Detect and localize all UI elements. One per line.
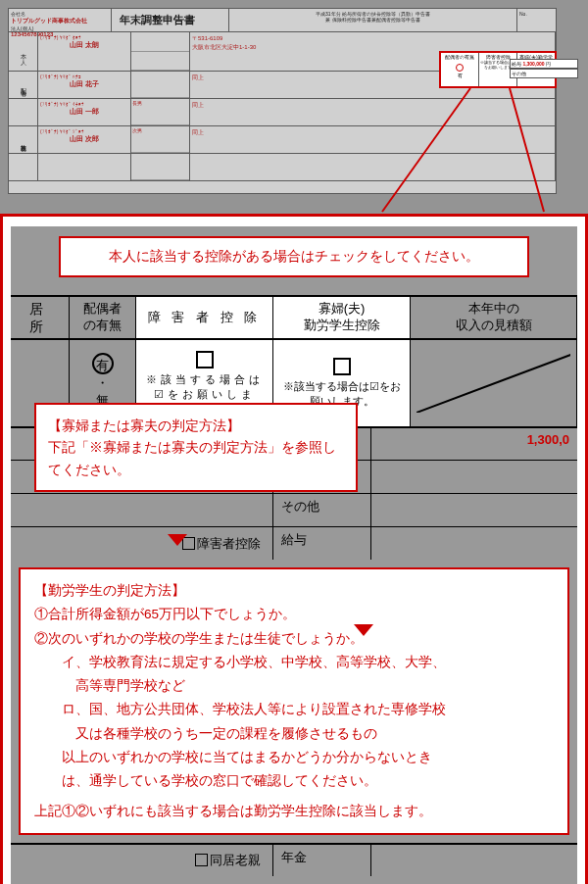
callout2-l4b: 又は各種学校のうち一定の課程を履修させるもの — [34, 722, 554, 746]
header-disability: 障 害 者 控 除 — [136, 297, 273, 338]
header-widow: 寡婦(夫) 勤労学生控除 — [273, 297, 411, 338]
checkbox-icon[interactable] — [196, 351, 214, 368]
name-1: 山田 太朗 — [40, 40, 128, 50]
honnin-label: 本 人 — [9, 32, 38, 71]
callout2-l5: 以上のいずれかの学校に当てはまるかどうか分からないとき — [34, 746, 554, 769]
income-label: 給与 — [512, 61, 521, 67]
callout2-l1: ①合計所得金額が65万円以下でしょうか。 — [34, 603, 554, 626]
pointer-triangle-2 — [354, 624, 373, 636]
other-label: その他 — [510, 69, 578, 78]
header-spouse: 配偶者 の有無 — [70, 297, 136, 338]
form-desc-2: 兼 保険料控除申告書兼配偶者控除等申告書 — [231, 17, 514, 23]
income-amount: 1,300,000 — [522, 61, 544, 67]
row-nenkin-2: 年金 — [273, 845, 371, 876]
checkbox-icon[interactable] — [333, 358, 351, 375]
instruction-box: 本人に該当する控除がある場合はチェックをしてください。 — [59, 236, 529, 277]
cb-disability: 障害者控除 — [197, 535, 261, 553]
rel-4: 次男 — [131, 126, 189, 153]
callout2-l3: イ、学校教育法に規定する小学校、中学校、高等学校、大学、 — [34, 651, 554, 674]
callout2-last: 上記①②いずれにも該当する場合は勤労学生控除に該当します。 — [34, 800, 554, 823]
header-addr: 居 所 — [11, 297, 70, 338]
income-unit: 円 — [546, 61, 551, 67]
row-kyuyo-2: 給与 — [273, 527, 371, 560]
selected-circle-icon — [92, 353, 114, 374]
callout2-l3b: 高等専門学校など — [34, 674, 554, 698]
callout2-title: 【勤労学生の判定方法】 — [34, 579, 554, 603]
callout1-title: 【寡婦または寡夫の判定方法】 — [48, 415, 344, 436]
postal: 〒531-6109 — [192, 34, 553, 43]
pointer-triangle-1 — [168, 534, 187, 546]
header-income: 本年中の 収入の見積額 — [411, 297, 577, 338]
callout-widow-method: 【寡婦または寡夫の判定方法】 下記「※寡婦または寡夫の判定方法」を参照してくださ… — [34, 403, 358, 492]
hl-yes: 有 — [442, 73, 477, 78]
circle-icon — [456, 64, 464, 72]
income-column: 給与 1,300,000 円 その他 — [510, 59, 578, 78]
diagonal-line-icon — [416, 354, 570, 413]
callout2-l4: ロ、国、地方公共団体、学校法人等により設置された専修学校 — [34, 698, 554, 721]
rel-3: 長男 — [131, 99, 189, 125]
name-2: 山田 花子 — [40, 79, 128, 89]
checkbox-icon[interactable] — [195, 854, 208, 866]
connector-lines — [372, 86, 549, 214]
form-desc: 平成31年分 給与所得者の扶養控除等（異動）申告書 兼 保険料控除申告書兼配偶者… — [229, 9, 516, 31]
spouse-dot: ・ — [96, 374, 109, 392]
spouse-label: 配 偶 者 — [9, 72, 38, 98]
hl-col1: 配偶者の有無 — [442, 54, 477, 60]
callout2-l5b: は、通学している学校の窓口で確認してください。 — [34, 769, 554, 793]
svg-line-1 — [510, 88, 544, 212]
top-form-screenshot: 会社名 トリプルグッド商事株式会社 法人(個人) 1234567890123 年… — [0, 0, 588, 214]
zoom-detail-section: 本人に該当する控除がある場合はチェックをしてください。 居 所 配偶者 の有無 … — [0, 214, 588, 884]
form-no-label: No. — [516, 9, 556, 31]
callout1-body: 下記「※寡婦または寡夫の判定方法」を参照してください。 — [48, 436, 344, 480]
row-amount: 1,300,0 — [371, 428, 577, 460]
callout-student-method: 【勤労学生の判定方法】 ①合計所得金額が65万円以下でしょうか。 ②次のいずれか… — [19, 567, 569, 835]
body-income — [411, 340, 577, 426]
row-sonota: その他 — [273, 494, 371, 526]
cb-dokyo: 同居老親 — [210, 852, 261, 869]
company-name: トリプルグッド商事株式会社 — [11, 17, 109, 25]
svg-line-0 — [382, 88, 470, 212]
form-title: 年末調整申告書 — [112, 9, 229, 31]
name-4: 山田 次郎 — [40, 134, 128, 144]
svg-line-2 — [416, 354, 570, 413]
name-3: 山田 一郎 — [40, 107, 128, 117]
callout2-l2: ②次のいずれかの学校の学生または生徒でしょうか。 — [34, 627, 554, 651]
